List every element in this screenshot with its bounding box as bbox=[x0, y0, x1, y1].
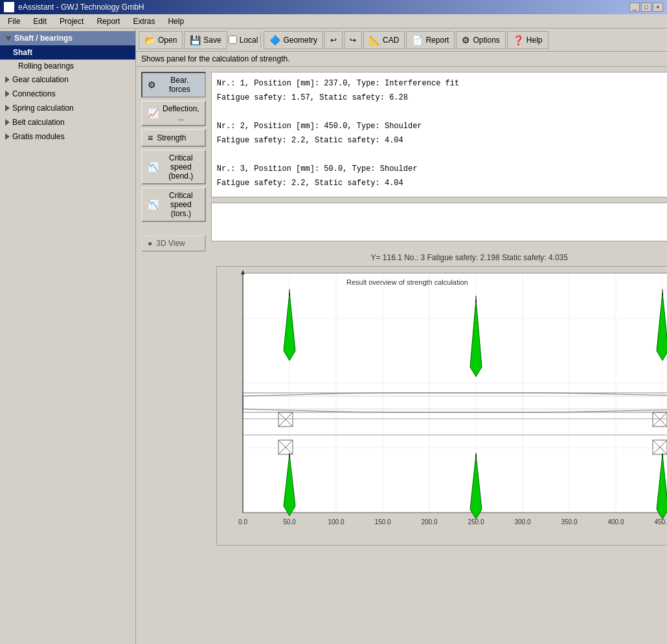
right-panel: Nr.: 1, Position [mm]: 237.0, Type: Inte… bbox=[211, 72, 667, 639]
svg-text:200.0: 200.0 bbox=[421, 518, 437, 526]
chart-container: Y= 116.1 No.: 3 Fatigue safety: 2.198 St… bbox=[211, 247, 667, 639]
menu-bar: File Edit Project Report Extras Help bbox=[0, 14, 667, 28]
open-icon: 📂 bbox=[144, 35, 155, 45]
help-button[interactable]: ❓ Help bbox=[507, 31, 548, 49]
minimize-button[interactable]: _ bbox=[629, 3, 640, 12]
menu-report[interactable]: Report bbox=[93, 16, 124, 27]
geometry-button[interactable]: 🔷 Geometry bbox=[264, 31, 323, 49]
deflection-button[interactable]: 📈 Deflection, ... bbox=[141, 100, 206, 126]
undo-button[interactable]: ↩ bbox=[324, 31, 343, 49]
app-icon: ea bbox=[4, 2, 14, 12]
local-checkbox-container: Local bbox=[229, 36, 258, 45]
chart-wrapper[interactable]: Result overview of strength calculation bbox=[216, 266, 667, 546]
open-button[interactable]: 📂 Open bbox=[139, 31, 183, 49]
critical-tors-icon: 📉 bbox=[148, 199, 159, 210]
mini-preview bbox=[211, 203, 667, 241]
3d-view-button: ● 3D View bbox=[141, 235, 206, 252]
collapsed-icon bbox=[5, 91, 10, 97]
panel-area: ⚙ Bear. forces 📈 Deflection, ... ≡ Stren… bbox=[136, 67, 667, 644]
svg-text:250.0: 250.0 bbox=[468, 518, 484, 526]
sidebar: Shaft / bearings Shaft Rolling bearings … bbox=[0, 28, 136, 644]
strength-icon: ≡ bbox=[148, 133, 153, 143]
chart-hover-info: Y= 116.1 No.: 3 Fatigue safety: 2.198 St… bbox=[216, 252, 667, 263]
bear-forces-button[interactable]: ⚙ Bear. forces bbox=[141, 72, 206, 98]
result-2-line1: Nr.: 2, Position [mm]: 450.0, Type: Shou… bbox=[217, 120, 667, 132]
svg-text:100.0: 100.0 bbox=[328, 518, 344, 526]
content-area: 📂 Open 💾 Save Local 🔷 Geometry ↩ ↪ bbox=[136, 28, 667, 644]
sidebar-item-shaft[interactable]: Shaft bbox=[0, 45, 135, 60]
deflection-icon: 📈 bbox=[148, 108, 159, 118]
svg-text:50.0: 50.0 bbox=[283, 518, 296, 526]
status-text: Shows panel for the calculation of stren… bbox=[141, 54, 289, 63]
menu-extras[interactable]: Extras bbox=[129, 16, 159, 27]
menu-edit[interactable]: Edit bbox=[29, 16, 51, 27]
title-bar: ea eAssistant - GWJ Technology GmbH _ □ … bbox=[0, 0, 667, 14]
sidebar-group-label: Shaft / bearings bbox=[14, 34, 73, 43]
svg-text:300.0: 300.0 bbox=[514, 518, 530, 526]
geometry-icon: 🔷 bbox=[269, 35, 280, 45]
result-spacer-2 bbox=[217, 149, 667, 161]
cad-icon: 📐 bbox=[369, 35, 380, 45]
separator-1 bbox=[260, 32, 261, 48]
save-icon: 💾 bbox=[190, 35, 201, 45]
result-2-line2: Fatigue safety: 2.2, Static safety: 4.04 bbox=[217, 135, 667, 146]
menu-project[interactable]: Project bbox=[56, 16, 87, 27]
svg-text:Result overview of strength ca: Result overview of strength calculation bbox=[346, 278, 468, 286]
options-button[interactable]: ⚙ Options bbox=[456, 31, 505, 49]
collapsed-icon bbox=[5, 133, 10, 140]
critical-bend-icon: 📉 bbox=[148, 162, 159, 172]
bear-forces-icon: ⚙ bbox=[148, 80, 156, 90]
help-icon: ❓ bbox=[513, 35, 524, 45]
save-button[interactable]: 💾 Save bbox=[184, 31, 227, 49]
toolbar: 📂 Open 💾 Save Local 🔷 Geometry ↩ ↪ bbox=[136, 28, 667, 52]
local-checkbox[interactable] bbox=[229, 36, 237, 44]
sidebar-group-belt[interactable]: Belt calculation bbox=[0, 115, 135, 129]
3d-view-icon: ● bbox=[148, 239, 152, 248]
sidebar-group-shaft-bearings[interactable]: Shaft / bearings bbox=[0, 31, 135, 45]
redo-button[interactable]: ↪ bbox=[344, 31, 362, 49]
strength-button[interactable]: ≡ Strength bbox=[141, 129, 206, 147]
critical-tors-button[interactable]: 📉 Critical speed (tors.) bbox=[141, 187, 206, 222]
collapsed-icon bbox=[5, 76, 10, 83]
menu-help[interactable]: Help bbox=[164, 16, 188, 27]
sidebar-group-gear[interactable]: Gear calculation bbox=[0, 72, 135, 87]
expand-icon bbox=[5, 36, 12, 41]
menu-file[interactable]: File bbox=[4, 16, 24, 27]
strength-chart: Result overview of strength calculation bbox=[217, 267, 667, 545]
result-1-line2: Fatigue safety: 1.57, Static safety: 6.2… bbox=[217, 92, 667, 104]
svg-text:0.0: 0.0 bbox=[238, 518, 247, 526]
undo-icon: ↩ bbox=[330, 36, 337, 45]
report-button[interactable]: 📄 Report bbox=[406, 31, 455, 49]
app-title: eAssistant - GWJ Technology GmbH bbox=[18, 3, 144, 12]
svg-marker-60 bbox=[241, 270, 245, 274]
window-controls: _ □ × bbox=[629, 3, 663, 12]
sidebar-group-connections[interactable]: Connections bbox=[0, 87, 135, 101]
result-spacer-1 bbox=[217, 106, 667, 118]
svg-text:350.0: 350.0 bbox=[561, 518, 577, 526]
result-3-line1: Nr.: 3, Position [mm]: 50.0, Type: Shoul… bbox=[217, 163, 667, 175]
status-bar: Shows panel for the calculation of stren… bbox=[136, 52, 667, 67]
sidebar-group-gratis[interactable]: Gratis modules bbox=[0, 129, 135, 144]
critical-bend-button[interactable]: 📉 Critical speed (bend.) bbox=[141, 150, 206, 184]
cad-button[interactable]: 📐 CAD bbox=[363, 31, 405, 49]
svg-text:150.0: 150.0 bbox=[374, 518, 390, 526]
maximize-button[interactable]: □ bbox=[641, 3, 651, 12]
collapsed-icon bbox=[5, 119, 10, 126]
svg-text:400.0: 400.0 bbox=[607, 518, 624, 526]
sidebar-item-rolling-bearings[interactable]: Rolling bearings bbox=[0, 60, 135, 72]
options-icon: ⚙ bbox=[462, 35, 470, 45]
report-icon: 📄 bbox=[412, 35, 423, 45]
redo-icon: ↪ bbox=[350, 36, 356, 45]
main-layout: Shaft / bearings Shaft Rolling bearings … bbox=[0, 28, 667, 644]
sidebar-group-spring[interactable]: Spring calculation bbox=[0, 101, 135, 115]
close-button[interactable]: × bbox=[653, 3, 663, 12]
svg-text:450.0: 450.0 bbox=[654, 518, 667, 526]
collapsed-icon bbox=[5, 105, 10, 111]
results-box: Nr.: 1, Position [mm]: 237.0, Type: Inte… bbox=[211, 72, 667, 197]
result-3-line2: Fatigue safety: 2.2, Static safety: 4.04 bbox=[217, 177, 667, 189]
left-panel: ⚙ Bear. forces 📈 Deflection, ... ≡ Stren… bbox=[141, 72, 206, 639]
result-1-line1: Nr.: 1, Position [mm]: 237.0, Type: Inte… bbox=[217, 78, 667, 89]
